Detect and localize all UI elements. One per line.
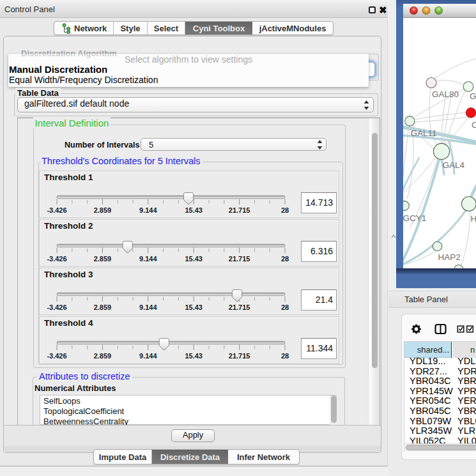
- svg-text:9.144: 9.144: [139, 303, 157, 311]
- svg-text:-3.426: -3.426: [47, 254, 66, 262]
- svg-text:-3.426: -3.426: [47, 351, 66, 359]
- svg-text:21.715: 21.715: [229, 303, 250, 311]
- svg-text:15.43: 15.43: [185, 303, 203, 311]
- svg-text:28: 28: [281, 254, 289, 262]
- svg-text:2.859: 2.859: [94, 351, 112, 359]
- svg-text:15.43: 15.43: [185, 206, 203, 213]
- svg-text:15.43: 15.43: [185, 351, 203, 359]
- svg-text:HAP2: HAP2: [438, 252, 461, 262]
- svg-text:21.715: 21.715: [229, 351, 250, 359]
- svg-text:-3.426: -3.426: [47, 206, 66, 213]
- svg-text:2.859: 2.859: [94, 206, 112, 213]
- svg-text:GA: GA: [470, 91, 476, 101]
- svg-text:GAL4: GAL4: [443, 160, 465, 170]
- svg-text:28: 28: [281, 351, 289, 359]
- svg-text:HA: HA: [471, 214, 476, 224]
- svg-text:21.715: 21.715: [229, 254, 250, 262]
- svg-text:9.144: 9.144: [139, 351, 157, 359]
- svg-text:2.859: 2.859: [94, 254, 112, 262]
- svg-text:21.715: 21.715: [229, 206, 250, 213]
- svg-text:C: C: [472, 120, 476, 130]
- svg-text:9.144: 9.144: [139, 254, 157, 262]
- svg-text:GAL80: GAL80: [432, 89, 459, 99]
- svg-text:9.144: 9.144: [139, 206, 157, 213]
- svg-text:-3.426: -3.426: [47, 303, 66, 311]
- svg-text:15.43: 15.43: [185, 254, 203, 262]
- svg-text:28: 28: [281, 206, 289, 213]
- svg-text:28: 28: [281, 303, 289, 311]
- svg-text:2.859: 2.859: [94, 303, 112, 311]
- svg-text:GCY1: GCY1: [403, 213, 426, 223]
- svg-text:GAL11: GAL11: [411, 128, 437, 138]
